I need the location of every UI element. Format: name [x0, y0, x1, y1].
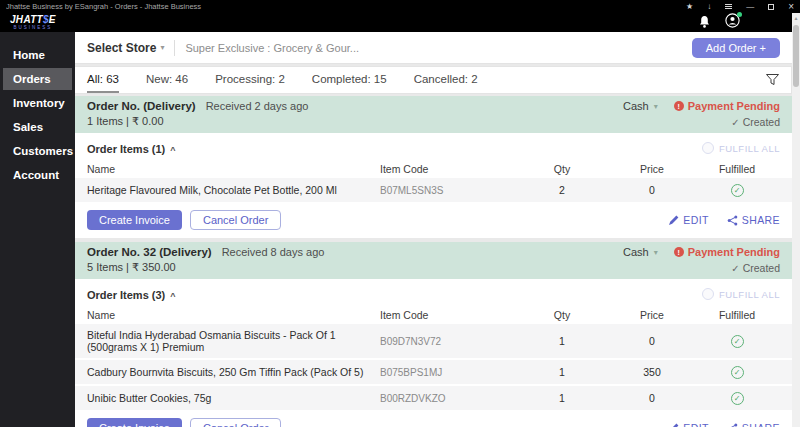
order-status: Created	[743, 262, 780, 274]
app-header: JHATT$E BUSINESS	[0, 13, 800, 32]
divider	[174, 40, 175, 56]
maximize-button[interactable]	[768, 4, 774, 10]
col-price: Price	[610, 309, 700, 321]
item-price: 350	[610, 366, 700, 378]
col-name: Name	[87, 163, 380, 175]
order-title: Order No. (Delivery)	[87, 100, 196, 112]
item-qty: 1	[520, 366, 610, 378]
tab-new[interactable]: New: 46	[146, 67, 188, 93]
sidebar-item-customers[interactable]: Customers	[3, 140, 72, 162]
chevron-down-icon: ▾	[654, 248, 658, 257]
col-qty: Qty	[520, 309, 610, 321]
item-code: B09D7N3V72	[380, 336, 520, 347]
item-price: 0	[610, 392, 700, 404]
tab-completed[interactable]: Completed: 15	[312, 67, 387, 93]
order-header-band: Order No. 32 (Delivery) Received 8 days …	[75, 242, 792, 279]
fulfilled-check-icon[interactable]: ✓	[731, 335, 744, 348]
item-name: Unibic Butter Cookies, 75g	[87, 392, 380, 404]
close-button[interactable]: ×	[788, 2, 794, 11]
items-table-header: Name Item Code Qty Price Fulfilled	[75, 160, 792, 178]
sidebar-item-sales[interactable]: Sales	[3, 116, 72, 138]
pencil-icon	[669, 215, 679, 225]
sidebar-item-account[interactable]: Account	[3, 164, 72, 186]
col-price: Price	[610, 163, 700, 175]
fulfill-all-checkbox[interactable]	[702, 142, 714, 154]
order-status-tabs: All: 63 New: 46 Processing: 2 Completed:…	[75, 66, 792, 94]
item-price: 0	[610, 335, 700, 347]
sidebar-nav: Home Orders Inventory Sales Customers Ac…	[0, 32, 75, 427]
cancel-order-button[interactable]: Cancel Order	[190, 210, 281, 230]
cancel-order-button[interactable]: Cancel Order	[190, 418, 281, 427]
pencil-icon	[669, 423, 679, 427]
order-items-title[interactable]: Order Items (3)	[87, 289, 165, 301]
order-item-row: Unibic Butter Cookies, 75g B00RZDVKZO 1 …	[75, 386, 792, 410]
fulfilled-check-icon[interactable]: ✓	[731, 392, 744, 405]
chevron-down-icon: ▾	[160, 43, 164, 52]
order-item-row: Cadbury Bournvita Biscuits, 250 Gm Tiffi…	[75, 360, 792, 384]
tab-all[interactable]: All: 63	[87, 67, 119, 93]
collapse-caret-icon[interactable]: ^	[170, 145, 175, 155]
main-content: Select Store ▾ Super Exclusive : Grocery…	[75, 32, 792, 427]
item-qty: 1	[520, 392, 610, 404]
col-qty: Qty	[520, 163, 610, 175]
fulfill-all-toggle[interactable]: FULFILL ALL	[702, 288, 780, 300]
edit-order-link[interactable]: EDIT	[669, 422, 709, 427]
item-code: B00RZDVKZO	[380, 393, 520, 404]
share-icon	[727, 215, 738, 226]
window-title: Jhattse Business by ESangrah - Orders - …	[6, 2, 672, 11]
browser-menu-icon[interactable]	[725, 4, 732, 9]
order-summary: 5 Items | ₹ 350.00	[87, 261, 324, 274]
item-qty: 1	[520, 335, 610, 347]
page-scrollbar[interactable]: ▴	[792, 13, 800, 427]
share-icon	[727, 423, 738, 427]
order-items-title[interactable]: Order Items (1)	[87, 143, 165, 155]
payment-method-dropdown[interactable]: Cash	[623, 100, 649, 112]
profile-avatar-icon[interactable]	[725, 13, 740, 32]
fulfill-all-toggle[interactable]: FULFILL ALL	[702, 142, 780, 154]
bookmark-star-icon[interactable]: ★	[686, 2, 693, 11]
order-item-row: Biteful India Hyderabad Osmania Biscuits…	[75, 324, 792, 358]
create-invoice-button[interactable]: Create Invoice	[87, 210, 182, 230]
col-fulfilled: Fulfilled	[700, 163, 780, 175]
share-order-link[interactable]: SHARE	[727, 214, 780, 226]
items-table-header: Name Item Code Qty Price Fulfilled	[75, 306, 792, 324]
order-item-row: Heritage Flavoured Milk, Chocolate Pet B…	[75, 178, 792, 202]
tab-processing[interactable]: Processing: 2	[215, 67, 285, 93]
order-actions: Create Invoice Cancel Order EDIT SHARE	[75, 412, 792, 427]
scrollbar-thumb[interactable]	[793, 25, 799, 87]
check-icon: ✓	[731, 117, 739, 128]
create-invoice-button[interactable]: Create Invoice	[87, 418, 182, 427]
sidebar-item-inventory[interactable]: Inventory	[3, 92, 72, 114]
notifications-bell-icon[interactable]	[698, 15, 711, 33]
col-fulfilled: Fulfilled	[700, 309, 780, 321]
scroll-up-arrow-icon[interactable]: ▴	[792, 13, 800, 23]
order-received: Received 2 days ago	[206, 100, 309, 112]
add-order-button[interactable]: Add Order +	[692, 38, 780, 58]
download-icon[interactable]: ↓	[707, 2, 711, 11]
share-order-link[interactable]: SHARE	[727, 422, 780, 427]
chevron-down-icon: ▾	[654, 102, 658, 111]
order-title: Order No. 32 (Delivery)	[87, 246, 212, 258]
current-store-name: Super Exclusive : Grocery & Gour...	[185, 42, 359, 54]
select-store-dropdown[interactable]: Select Store	[87, 41, 156, 55]
item-code: B075BPS1MJ	[380, 367, 520, 378]
sidebar-item-orders[interactable]: Orders	[3, 68, 72, 90]
payment-method-dropdown[interactable]: Cash	[623, 246, 649, 258]
fulfilled-check-icon[interactable]: ✓	[731, 366, 744, 379]
fulfilled-check-icon[interactable]: ✓	[731, 184, 744, 197]
payment-alert-icon: !	[674, 101, 684, 111]
tab-cancelled[interactable]: Cancelled: 2	[414, 67, 478, 93]
filter-icon[interactable]	[766, 74, 779, 86]
order-card: Order No. 32 (Delivery) Received 8 days …	[75, 242, 792, 427]
order-summary: 1 Items | ₹ 0.00	[87, 115, 308, 128]
edit-order-link[interactable]: EDIT	[669, 214, 709, 226]
sidebar-item-home[interactable]: Home	[3, 44, 72, 66]
payment-alert-icon: !	[674, 247, 684, 257]
payment-status: Payment Pending	[688, 246, 780, 258]
col-item-code: Item Code	[380, 163, 520, 175]
fulfill-all-checkbox[interactable]	[702, 288, 714, 300]
order-actions: Create Invoice Cancel Order EDIT SHARE	[75, 204, 792, 238]
check-icon: ✓	[731, 263, 739, 274]
minimize-button[interactable]: —	[746, 2, 754, 11]
collapse-caret-icon[interactable]: ^	[170, 291, 175, 301]
